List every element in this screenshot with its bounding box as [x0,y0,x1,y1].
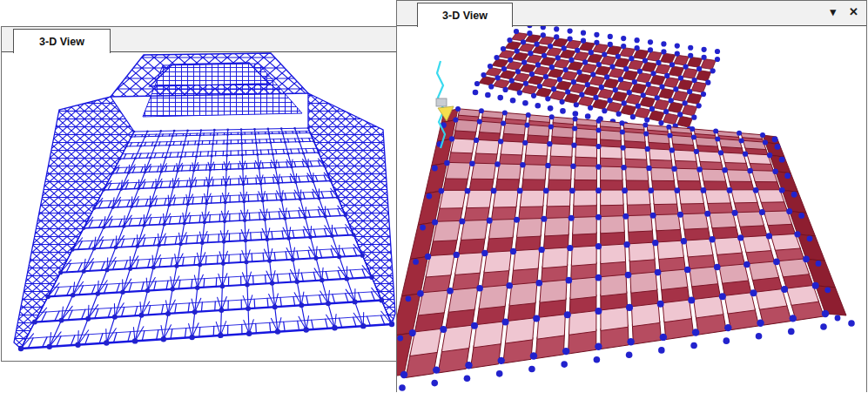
tab-label: 3-D View [442,10,488,22]
extruded-3d-canvas[interactable] [397,26,866,392]
tab-label: 3-D View [39,36,84,48]
extruded-view-tabbar: 3-D View ▾ ✕ [397,1,866,26]
tab-3d-view-right[interactable]: 3-D View [417,3,513,27]
wireframe-3d-canvas[interactable] [2,52,396,361]
close-icon[interactable]: ✕ [849,3,858,21]
gray-box-marker [436,98,447,106]
wireframe-view-window: 3-D View [1,26,397,362]
window-menu-icon[interactable]: ▾ [831,3,837,21]
extruded-view-content [397,26,866,392]
wireframe-structure [14,53,395,349]
workspace: 3-D View 3-D View ▾ ✕ [0,0,868,393]
wireframe-view-content [2,52,396,361]
wireframe-view-tabbar: 3-D View [2,27,396,52]
tab-3d-view-left[interactable]: 3-D View [13,29,111,53]
extruded-view-window: 3-D View ▾ ✕ [396,0,867,392]
